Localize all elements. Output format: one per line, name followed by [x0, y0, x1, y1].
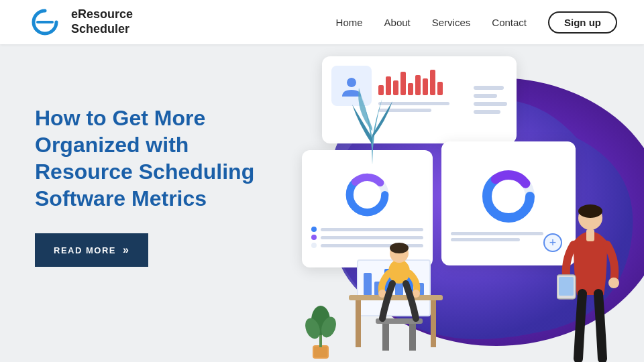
- svg-point-21: [388, 259, 410, 284]
- main-content: How to Get More Organized with Resource …: [0, 44, 644, 362]
- svg-rect-15: [349, 295, 443, 300]
- header: eResource Scheduler Home About Services …: [0, 0, 644, 44]
- svg-point-23: [390, 243, 409, 253]
- svg-rect-10: [314, 347, 327, 357]
- nav-services[interactable]: Services: [432, 17, 471, 28]
- plant-right-icon: [349, 84, 396, 165]
- logo-line1: eResource: [71, 7, 133, 22]
- person-sitting-icon: [329, 201, 463, 362]
- hero-text-area: How to Get More Organized with Resource …: [35, 105, 283, 267]
- nav-about[interactable]: About: [384, 17, 411, 28]
- donut-chart-right: [478, 166, 539, 227]
- nav-contact[interactable]: Contact: [492, 17, 527, 28]
- svg-rect-30: [559, 277, 574, 296]
- logo: eResource Scheduler: [27, 4, 133, 40]
- read-more-label: READ MORE: [54, 245, 116, 255]
- read-more-button[interactable]: READ MORE »: [35, 233, 148, 267]
- svg-rect-19: [382, 324, 389, 351]
- svg-rect-17: [431, 300, 436, 347]
- person-standing-icon: [557, 188, 624, 362]
- illustration-area: +: [262, 44, 644, 362]
- hero-headline: How to Get More Organized with Resource …: [35, 105, 283, 212]
- right-lines: [474, 66, 507, 134]
- chevrons-icon: »: [123, 244, 129, 256]
- nav-home[interactable]: Home: [336, 17, 363, 28]
- svg-point-27: [578, 204, 602, 218]
- logo-text: eResource Scheduler: [71, 7, 133, 36]
- svg-rect-20: [409, 324, 416, 351]
- svg-rect-28: [586, 229, 594, 241]
- logo-line2: Scheduler: [71, 22, 133, 37]
- svg-point-31: [608, 278, 619, 288]
- nav: Home About Services Contact Sign up: [336, 11, 617, 34]
- logo-icon: [27, 4, 63, 40]
- signup-button[interactable]: Sign up: [548, 11, 617, 34]
- svg-rect-16: [356, 300, 361, 347]
